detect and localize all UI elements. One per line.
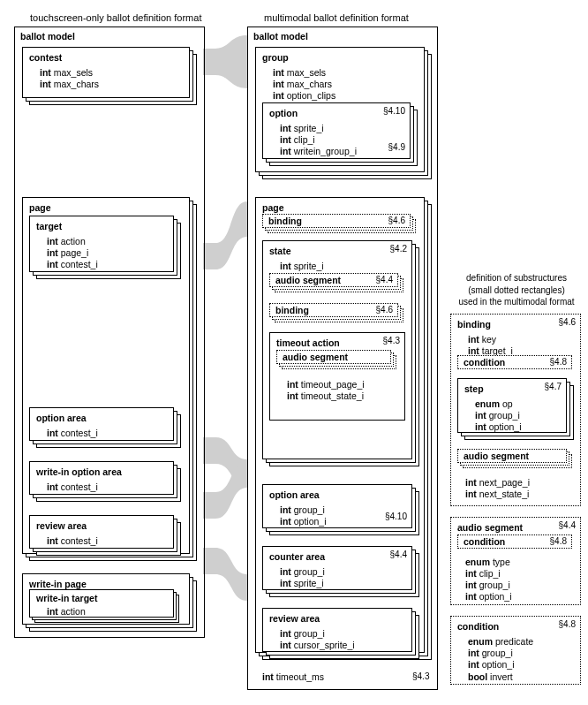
left-ballot-model: ballot model contest int max_sels int ma… xyxy=(14,27,205,638)
left-review-area-stack: review area int contest_i xyxy=(29,515,181,556)
binding-title: binding xyxy=(275,305,309,315)
field: int clip_i xyxy=(280,134,403,146)
binding-stack-inner: binding §4.6 xyxy=(269,303,405,322)
option-area-title: option area xyxy=(36,413,87,423)
left-page-stack: page target int action int page_i int co… xyxy=(22,197,197,561)
field: int timeout_page_i xyxy=(287,379,398,390)
field: int option_i xyxy=(468,659,574,671)
left-option-area-stack: option area int contest_i xyxy=(29,407,181,448)
field: int group_i xyxy=(280,628,405,640)
target-title: target xyxy=(36,221,62,231)
section-ref: §4.10 xyxy=(385,512,407,523)
field: int contest_i xyxy=(47,481,167,493)
section-ref: §4.8 xyxy=(559,619,576,631)
field: int key xyxy=(468,334,574,345)
state-title: state xyxy=(269,246,291,256)
section-ref: §4.3 xyxy=(412,671,429,683)
binding-audio-stack: audio segment xyxy=(457,449,574,468)
def-binding: binding §4.6 int key int target_i condit… xyxy=(450,314,581,506)
state-stack: state §4.2 int sprite_i audio segment §4… xyxy=(262,240,419,466)
field: int max_chars xyxy=(40,79,183,90)
field: enum op xyxy=(475,398,560,410)
counter-area-stack: counter area §4.4 int group_i int sprite… xyxy=(262,546,419,597)
section-ref: §4.4 xyxy=(559,520,576,532)
mid-option-area-stack: option area int group_i int option_i §4.… xyxy=(262,484,419,535)
contest-stack: contest int max_sels int max_chars xyxy=(22,47,197,105)
field: int sprite_i xyxy=(280,123,403,134)
field: int contest_i xyxy=(47,535,167,547)
ballot-model-title: ballot model xyxy=(253,31,432,42)
section-ref: §4.9 xyxy=(388,142,405,154)
audio-seg-title: audio segment xyxy=(457,522,523,533)
audio-seg-title: audio segment xyxy=(275,275,341,285)
field: int page_i xyxy=(47,247,167,259)
field: int group_i xyxy=(475,410,560,421)
field: int contest_i xyxy=(47,428,167,439)
review-area-title: review area xyxy=(269,613,320,624)
step-stack: step §4.7 enum op int group_i int option… xyxy=(457,378,574,440)
field: int group_i xyxy=(465,580,512,591)
field: int action xyxy=(47,606,167,618)
field: enum type xyxy=(465,557,512,568)
field: int group_i xyxy=(468,648,574,659)
field: int option_i xyxy=(465,591,512,603)
writein-page-title: write-in page xyxy=(29,579,87,589)
section-ref: §4.8 xyxy=(550,536,567,548)
condition-title: condition xyxy=(457,621,499,632)
contest-title: contest xyxy=(29,52,62,63)
section-ref: §4.4 xyxy=(390,550,407,561)
timeout-audio-stack: audio segment xyxy=(276,350,398,369)
field: int max_sels xyxy=(273,67,418,79)
flow-arrows xyxy=(203,35,247,689)
group-title: group xyxy=(262,52,289,63)
audio-seg-title: audio segment xyxy=(283,352,348,362)
field: int cursor_sprite_i xyxy=(280,640,405,651)
field: enum predicate xyxy=(468,636,574,648)
step-title: step xyxy=(464,383,484,394)
def-condition: condition §4.8 enum predicate int group_… xyxy=(450,616,581,685)
section-ref: §4.2 xyxy=(390,244,407,255)
writein-target-stack: write-in target int action xyxy=(29,589,181,623)
field: int contest_i xyxy=(47,259,167,270)
field: int writein_group_i xyxy=(280,146,403,157)
left-writein-option-stack: write-in option area int contest_i xyxy=(29,461,181,502)
binding-stack-top: binding §4.6 xyxy=(262,214,418,233)
mid-ballot-model: ballot model group int max_sels int max_… xyxy=(247,27,438,690)
option-title: option xyxy=(269,108,298,118)
writein-page-stack: write-in page write-in target int action xyxy=(22,573,197,632)
field: int max_chars xyxy=(273,79,418,90)
field: int clip_i xyxy=(465,568,512,580)
mid-review-area-stack: review area int group_i int cursor_sprit… xyxy=(262,608,419,659)
field: int action xyxy=(47,236,167,247)
ballot-model-title: ballot model xyxy=(20,31,199,42)
field: int group_i xyxy=(280,566,405,578)
field: int timeout_ms xyxy=(262,671,324,683)
condition-title: condition xyxy=(464,536,505,547)
section-ref: §4.3 xyxy=(383,336,400,347)
writein-target-title: write-in target xyxy=(36,593,97,603)
option-stack: option §4.10 int sprite_i int clip_i int… xyxy=(262,102,418,166)
field: int max_sels xyxy=(40,67,183,79)
page-title: page xyxy=(29,202,51,213)
field: int sprite_i xyxy=(280,578,405,589)
field: int timeout_state_i xyxy=(287,390,398,402)
writein-option-title: write-in option area xyxy=(36,466,122,477)
counter-area-title: counter area xyxy=(269,551,325,562)
def-audio-segment: audio segment §4.4 condition §4.8 enum t… xyxy=(450,517,581,605)
group-stack: group int max_sels int max_chars int opt… xyxy=(255,47,432,179)
field: int option_i xyxy=(475,421,560,433)
review-area-title: review area xyxy=(36,520,87,531)
page-title: page xyxy=(262,202,284,213)
substructures-note: definition of substructures (small dotte… xyxy=(450,272,583,308)
audio-seg-title: audio segment xyxy=(464,451,529,461)
section-ref: §4.8 xyxy=(550,357,567,368)
field: int sprite_i xyxy=(280,261,405,272)
field: bool invert xyxy=(468,671,574,683)
option-area-title: option area xyxy=(269,489,320,500)
section-ref: §4.6 xyxy=(388,216,405,227)
timeout-action-title: timeout action xyxy=(276,337,340,348)
field: int option_clips xyxy=(273,90,418,102)
field: int next_state_i xyxy=(465,489,530,500)
audio-seg-stack: audio segment §4.4 xyxy=(269,273,405,292)
section-ref: §4.10 xyxy=(383,106,405,118)
